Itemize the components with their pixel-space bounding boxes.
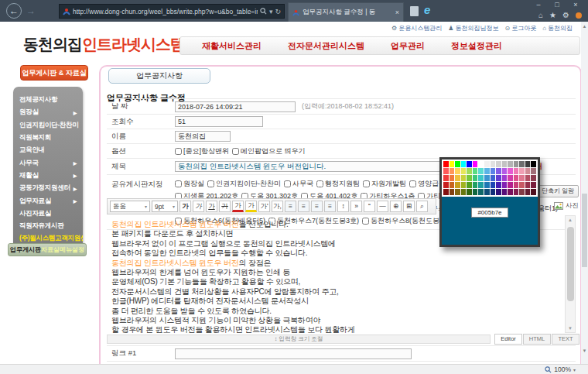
color-swatch[interactable] (525, 168, 531, 174)
sidebar-item[interactable]: 사무국▶ (13, 156, 83, 169)
name-input[interactable] (175, 131, 231, 142)
color-swatch[interactable] (496, 175, 501, 181)
color-swatch[interactable] (443, 161, 449, 167)
browser-back-button[interactable]: ← (6, 3, 22, 19)
color-swatch[interactable] (450, 189, 455, 195)
photo-button[interactable]: 사진 (554, 201, 579, 211)
color-swatch[interactable] (484, 175, 490, 181)
color-swatch[interactable] (443, 182, 449, 188)
tab-close-icon[interactable]: × (395, 9, 399, 16)
color-swatch[interactable] (525, 175, 531, 181)
zoom-level[interactable]: 100% (554, 365, 571, 373)
color-swatch[interactable] (467, 175, 472, 181)
sidebar-board-button[interactable]: 업무게시판 & 자료실 (20, 65, 88, 81)
nav-item[interactable]: 정보설정관리 (451, 40, 502, 52)
sidebar-item[interactable]: 교육안내 (13, 144, 83, 156)
option-checkbox[interactable] (232, 148, 239, 155)
share-board-checkbox[interactable] (363, 180, 370, 187)
page-scrollbar[interactable]: ▲ ▼ (581, 22, 588, 364)
sidebar-item[interactable]: 사진자료실 (13, 208, 83, 220)
italic-button[interactable]: 가 (193, 201, 204, 212)
browser-tab[interactable]: 업무공지사항 글수정 | 동 × (288, 2, 404, 22)
color-swatch[interactable] (508, 161, 513, 167)
color-swatch[interactable] (478, 175, 484, 181)
color-swatch[interactable] (484, 189, 490, 195)
font-color-button[interactable]: 가 (232, 201, 244, 212)
nav-item[interactable]: 전자문서관리시스템 (288, 40, 364, 52)
color-swatch[interactable] (525, 182, 531, 188)
browser-forward-button[interactable]: → (26, 5, 36, 16)
color-swatch[interactable] (473, 175, 478, 181)
color-swatch[interactable] (443, 168, 449, 174)
new-tab-button[interactable] (410, 6, 419, 16)
color-swatch[interactable] (473, 168, 478, 174)
views-input[interactable] (175, 116, 263, 127)
color-swatch[interactable] (514, 175, 519, 181)
option-checkbox[interactable] (175, 148, 182, 155)
color-swatch[interactable] (484, 168, 490, 174)
color-swatch[interactable] (443, 175, 449, 181)
color-swatch[interactable] (491, 189, 496, 195)
color-swatch[interactable] (467, 182, 472, 188)
shortcut-list-button[interactable]: 단축키 일람 (537, 185, 579, 197)
color-swatch[interactable] (502, 175, 508, 181)
color-swatch[interactable] (502, 161, 508, 167)
share-board[interactable]: 자원개발팀 (363, 178, 406, 190)
title-input[interactable] (175, 161, 458, 172)
line-height-button[interactable]: ↕ (337, 201, 349, 212)
share-board[interactable]: 사무국 (284, 178, 313, 190)
strike-button[interactable]: 가 (219, 201, 231, 212)
scroll-up-icon[interactable]: ▲ (566, 218, 575, 222)
table-button[interactable]: ⊞ (403, 201, 415, 212)
sidebar-item[interactable]: 업무자료실▶ (13, 194, 83, 207)
search-icon[interactable] (260, 8, 267, 15)
color-swatch[interactable] (478, 189, 484, 195)
editor-resize-bar[interactable]: ↕ 입력창 크기 조절 (107, 335, 491, 344)
zoom-caret-icon[interactable]: ▾ (573, 367, 576, 372)
quick-link-power[interactable]: ⊙로그아웃 (504, 24, 536, 33)
color-swatch[interactable] (467, 189, 472, 195)
color-swatch[interactable] (461, 168, 467, 174)
color-swatch[interactable] (496, 189, 501, 195)
color-swatch[interactable] (519, 175, 525, 181)
color-swatch[interactable] (496, 182, 501, 188)
color-swatch[interactable] (461, 175, 467, 181)
color-swatch[interactable] (531, 182, 536, 188)
page-scrollbar-thumb[interactable] (582, 194, 587, 267)
color-swatch[interactable] (491, 175, 496, 181)
editor-scrollbar-thumb[interactable] (567, 227, 574, 301)
subscript-button[interactable]: 가, (272, 201, 283, 212)
color-swatch[interactable] (484, 161, 490, 167)
close-button[interactable]: × (566, 0, 585, 10)
board-tab-button[interactable]: 업무공지사항 (108, 68, 210, 84)
sidebar-item[interactable]: 원장실▶ (13, 106, 83, 118)
color-swatch[interactable] (484, 182, 490, 188)
color-swatch[interactable] (455, 168, 460, 174)
color-swatch[interactable] (514, 168, 519, 174)
color-swatch[interactable] (461, 161, 467, 167)
sidebar-item[interactable]: 인권지킴이단-찬찬미 (13, 119, 83, 132)
color-swatch[interactable] (519, 168, 525, 174)
quick-link-gear[interactable]: ⚙운용시스템관리 (391, 24, 442, 33)
color-swatch[interactable] (461, 189, 467, 195)
favorites-star-icon[interactable]: ★ (549, 11, 556, 19)
quote-button[interactable]: “ (364, 201, 375, 212)
refresh-icon[interactable]: ↻ (275, 8, 281, 15)
align-left-button[interactable]: ≡ (285, 201, 296, 212)
align-center-button[interactable]: ≡ (298, 201, 309, 212)
color-swatch[interactable] (473, 161, 478, 167)
color-swatch[interactable] (450, 175, 455, 181)
more-button[interactable]: » (350, 201, 362, 212)
search-dropdown-caret-icon[interactable]: ▾ (269, 8, 273, 15)
color-swatch[interactable] (450, 182, 455, 188)
scroll-down-icon[interactable]: ▼ (581, 348, 588, 353)
color-swatch[interactable] (525, 189, 531, 195)
date-input[interactable] (175, 101, 296, 112)
feedback-icon[interactable] (576, 12, 582, 19)
color-swatch[interactable] (531, 175, 536, 181)
align-right-button[interactable]: ≡ (311, 201, 323, 212)
link1-input[interactable] (175, 348, 412, 359)
address-bar[interactable]: http://www.dong-chun.org/weel_bbs/write.… (59, 4, 285, 19)
color-swatch[interactable] (531, 168, 536, 174)
color-swatch[interactable] (473, 182, 478, 188)
